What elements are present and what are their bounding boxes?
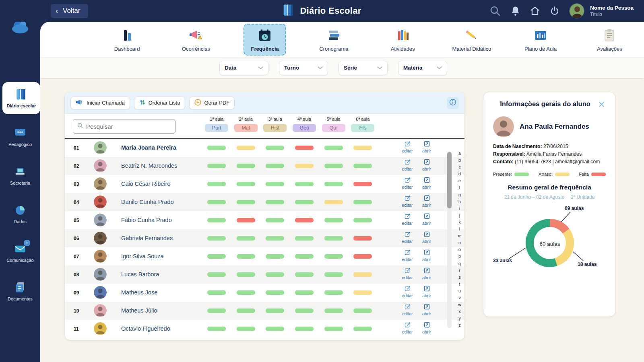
sort-list-button[interactable]: Ordenar Lista: [134, 97, 186, 109]
edit-link[interactable]: editar: [398, 141, 417, 154]
open-link[interactable]: abrir: [417, 159, 436, 172]
alpha-index-e[interactable]: e: [458, 179, 461, 183]
alpha-index-h[interactable]: h: [458, 200, 461, 204]
open-link[interactable]: abrir: [417, 141, 436, 154]
alpha-index-m[interactable]: m: [458, 234, 462, 238]
alpha-index-f[interactable]: f: [459, 185, 460, 190]
edit-link[interactable]: editar: [398, 177, 417, 190]
alpha-index-i[interactable]: i: [459, 206, 460, 211]
student-row-04[interactable]: 04Danilo Cunha Pradoeditarabrir: [65, 193, 464, 211]
alpha-index-u[interactable]: u: [458, 289, 461, 293]
tab-material-didatico[interactable]: Material Didático: [437, 22, 506, 57]
student-row-09[interactable]: 09Matheus Joseeditarabrir: [65, 284, 464, 302]
info-button[interactable]: [447, 97, 459, 109]
student-row-08[interactable]: 08Lucas Barboraeditarabrir: [65, 265, 464, 284]
alpha-index-r[interactable]: r: [459, 268, 460, 273]
subject-chip-hist[interactable]: Hist: [263, 124, 287, 132]
student-row-11[interactable]: 11Octavio Figueiredoeditarabrir: [65, 320, 464, 338]
tab-cronograma[interactable]: Cronograma: [299, 22, 368, 57]
open-link[interactable]: abrir: [417, 304, 436, 317]
alpha-index-o[interactable]: o: [458, 247, 461, 252]
edit-link[interactable]: editar: [398, 322, 417, 335]
alpha-index-l[interactable]: l: [459, 227, 460, 231]
alpha-index-n[interactable]: n: [458, 241, 461, 245]
subject-chip-mat[interactable]: Mat: [234, 124, 258, 132]
edit-link[interactable]: editar: [398, 267, 417, 280]
filter-materia[interactable]: Matéria: [398, 61, 447, 75]
open-link[interactable]: abrir: [417, 267, 436, 280]
scrollbar-thumb[interactable]: [447, 152, 452, 208]
tab-atividades[interactable]: Atividades: [368, 22, 437, 57]
alpha-index-b[interactable]: b: [458, 158, 461, 162]
open-link[interactable]: abrir: [417, 231, 436, 244]
tab-avaliacoes[interactable]: Avaliações: [575, 22, 644, 57]
status-pill-presente: [324, 272, 343, 277]
edit-link[interactable]: editar: [398, 213, 417, 226]
alpha-index-p[interactable]: p: [458, 254, 461, 259]
power-icon[interactable]: [550, 6, 559, 16]
alpha-index-s[interactable]: s: [458, 275, 460, 280]
tab-plano-de-aula[interactable]: Plano de Aula: [506, 22, 575, 57]
open-link[interactable]: abrir: [417, 286, 436, 298]
filter-turno[interactable]: Turno: [279, 61, 328, 75]
back-button[interactable]: ‹ Voltar: [51, 4, 88, 18]
alpha-index-d[interactable]: d: [458, 172, 461, 176]
alpha-index-k[interactable]: k: [458, 220, 460, 224]
student-row-06[interactable]: 06Gabriela Fernandeseditarabrir: [65, 229, 464, 247]
sidebar-item-pedagogico[interactable]: Pedagógico: [0, 121, 40, 153]
open-link[interactable]: abrir: [417, 195, 436, 208]
alpha-index-w[interactable]: w: [458, 302, 461, 307]
bell-icon[interactable]: [511, 6, 520, 16]
alpha-index-y[interactable]: y: [458, 316, 460, 321]
student-row-01[interactable]: 01Maria Joana Pereiraeditarabrir: [65, 139, 464, 157]
tab-ocorrencias[interactable]: Ocorrências: [161, 22, 230, 57]
subject-chip-qui[interactable]: Quí: [322, 124, 345, 132]
alpha-index-t[interactable]: t: [459, 282, 460, 286]
open-link[interactable]: abrir: [417, 213, 436, 226]
edit-link[interactable]: editar: [398, 304, 417, 317]
home-icon[interactable]: [530, 6, 540, 16]
sidebar-item-documentos[interactable]: Documentos: [0, 275, 40, 307]
open-link[interactable]: abrir: [417, 177, 436, 190]
alpha-index-g[interactable]: g: [458, 193, 461, 197]
open-link[interactable]: abrir: [417, 322, 436, 335]
edit-link[interactable]: editar: [398, 249, 417, 262]
alpha-index-v[interactable]: v: [458, 296, 460, 300]
student-row-07[interactable]: 07Igor Silva Souzaeditarabrir: [65, 247, 464, 265]
alphabet-index: abcdefghijklmnopqrstuvwxyz: [456, 151, 463, 327]
alpha-index-z[interactable]: z: [458, 323, 460, 327]
start-call-button[interactable]: Iniciar Chamada: [70, 97, 130, 109]
edit-link[interactable]: editar: [398, 195, 417, 208]
filter-data[interactable]: Data: [219, 61, 268, 75]
edit-link[interactable]: editar: [398, 159, 417, 172]
student-row-10[interactable]: 10Matheus Júlioeditarabrir: [65, 302, 464, 320]
subject-chip-geo[interactable]: Geo: [293, 124, 316, 132]
subject-chip-fis[interactable]: Fís: [351, 124, 374, 132]
edit-icon: [405, 159, 411, 166]
alpha-index-j[interactable]: j: [459, 213, 460, 218]
student-row-05[interactable]: 05Fábio Cunha Pradoeditarabrir: [65, 211, 464, 229]
alpha-index-a[interactable]: a: [458, 151, 461, 156]
student-row-03[interactable]: 03Caio César Ribeiroeditarabrir: [65, 175, 464, 193]
alpha-index-q[interactable]: q: [458, 261, 461, 266]
edit-link[interactable]: editar: [398, 286, 417, 298]
generate-pdf-button[interactable]: Gerar PDF: [189, 97, 235, 109]
edit-link[interactable]: editar: [398, 231, 417, 244]
sidebar-item-diario-escolar[interactable]: Diário escolar: [2, 82, 40, 114]
sidebar-item-comunicacao[interactable]: 1Comunicação: [0, 237, 40, 269]
close-icon[interactable]: [597, 100, 606, 110]
filter-serie[interactable]: Série: [339, 61, 388, 75]
sidebar-item-dados[interactable]: Dados: [0, 198, 40, 230]
user-avatar[interactable]: [569, 3, 584, 19]
open-link[interactable]: abrir: [417, 249, 436, 262]
search-icon[interactable]: [489, 5, 501, 17]
tab-dashboard[interactable]: Dashboard: [93, 22, 161, 57]
subject-chip-port[interactable]: Port: [205, 124, 228, 132]
search-input[interactable]: [86, 123, 171, 130]
student-row-02[interactable]: 02Beatriz N. Marcondeseditarabrir: [65, 157, 464, 175]
sidebar-item-secretaria[interactable]: Secretaria: [0, 159, 40, 191]
tab-frequencia[interactable]: Frequência: [231, 22, 299, 57]
scrollbar-track[interactable]: [447, 151, 452, 328]
alpha-index-c[interactable]: c: [458, 165, 460, 169]
alpha-index-x[interactable]: x: [458, 309, 460, 314]
